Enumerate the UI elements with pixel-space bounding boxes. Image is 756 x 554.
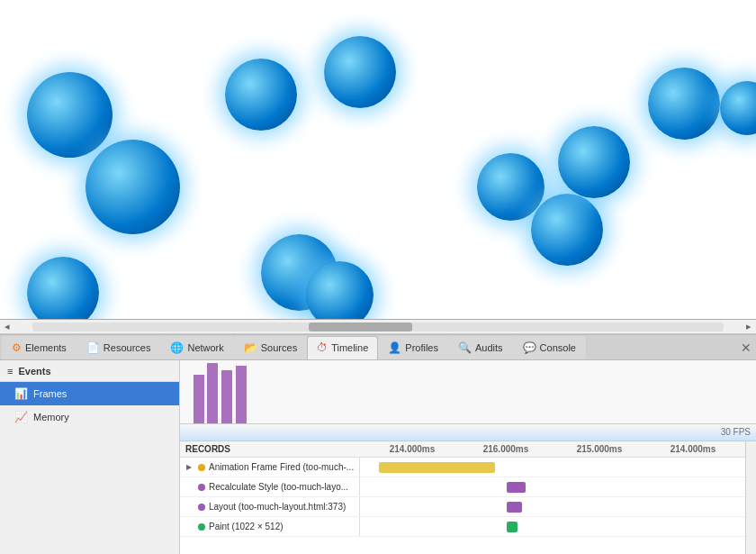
- expand-arrow[interactable]: ▶: [184, 462, 194, 473]
- timeline-marker: 214.000ms: [390, 444, 436, 454]
- timeline-bar: [236, 366, 247, 424]
- records-section-label: RECORDS: [185, 444, 365, 454]
- record-row: Recalculate Style (too-much-layo...: [180, 477, 745, 497]
- timeline-marker: 216.000ms: [483, 444, 529, 454]
- bubble: [86, 140, 180, 234]
- memory-icon: 📈: [14, 411, 28, 423]
- tab-sources[interactable]: 📂Sources: [234, 336, 307, 359]
- timeline-marker: 214.000ms: [670, 444, 716, 454]
- scroll-right-arrow[interactable]: ▸: [742, 320, 756, 334]
- record-row: ▶Animation Frame Fired (too-much-...: [180, 458, 745, 477]
- record-name: Layout (too-much-layout.html:373): [209, 502, 346, 512]
- record-right: [360, 517, 745, 536]
- record-name: Animation Frame Fired (too-much-...: [209, 462, 354, 472]
- timeline-baseline: [180, 423, 756, 424]
- devtools-main: ≡ Events 📊Frames📈Memory 30 FPS RECORDS: [0, 360, 756, 554]
- timeline-bar: [194, 375, 204, 424]
- bubble: [558, 126, 630, 198]
- record-row: Paint (1022 × 512): [180, 517, 745, 537]
- bubble: [27, 257, 99, 320]
- scrollbar-track[interactable]: [32, 322, 724, 331]
- record-left-animation-frame: ▶Animation Frame Fired (too-much-...: [180, 458, 360, 477]
- bubble: [306, 261, 374, 320]
- record-color-dot: [198, 464, 205, 471]
- events-icon: ≡: [7, 366, 13, 377]
- record-left-layout: Layout (too-much-layout.html:373): [180, 497, 360, 516]
- tab-bar: ⚙Elements📄Resources🌐Network📂Sources⏱Time…: [0, 335, 756, 360]
- timeline-bar: [207, 363, 218, 424]
- sidebar-item-memory[interactable]: 📈Memory: [0, 405, 179, 429]
- scrollbar-area: ◂ ▸: [0, 320, 756, 334]
- bubble: [324, 36, 396, 108]
- memory-area: [180, 424, 756, 440]
- expand-arrow[interactable]: [184, 482, 194, 493]
- scroll-left-arrow[interactable]: ◂: [0, 320, 14, 334]
- record-bar: [379, 462, 494, 473]
- bubble: [531, 194, 603, 266]
- bubble: [720, 81, 756, 135]
- tab-resources[interactable]: 📄Resources: [76, 336, 161, 359]
- sidebar-item-frames[interactable]: 📊Frames: [0, 382, 179, 405]
- record-name: Paint (1022 × 512): [209, 522, 284, 531]
- record-bar: [507, 482, 526, 493]
- record-left-paint: Paint (1022 × 512): [180, 517, 360, 536]
- scrollbar-thumb[interactable]: [309, 322, 412, 331]
- record-color-dot: [198, 484, 205, 491]
- timeline-graph: 30 FPS: [180, 360, 756, 441]
- right-content: 30 FPS RECORDS 214.000ms216.000ms215.000…: [180, 360, 756, 554]
- sidebar-frames-label: Frames: [33, 388, 67, 399]
- record-left-recalculate-style: Recalculate Style (too-much-layo...: [180, 477, 360, 496]
- record-color-dot: [198, 523, 205, 531]
- timeline-marker: 215.000ms: [577, 444, 623, 454]
- expand-arrow[interactable]: [184, 502, 194, 513]
- tab-timeline[interactable]: ⏱Timeline: [307, 336, 378, 359]
- record-bar: [507, 522, 518, 532]
- record-right: [360, 497, 745, 516]
- tab-elements[interactable]: ⚙Elements: [2, 336, 76, 359]
- bubble: [225, 59, 297, 131]
- sidebar-memory-label: Memory: [33, 412, 69, 422]
- records-wrapper: RECORDS 214.000ms216.000ms215.000ms214.0…: [180, 441, 756, 554]
- tab-profiles[interactable]: 👤Profiles: [378, 336, 448, 359]
- record-right: [360, 477, 745, 496]
- tab-console[interactable]: 💬Console: [513, 336, 586, 359]
- bubble: [477, 153, 544, 221]
- record-color-dot: [198, 504, 205, 511]
- record-bar: [507, 502, 522, 513]
- bubble: [648, 68, 720, 140]
- tab-network[interactable]: 🌐Network: [160, 336, 233, 359]
- expand-arrow[interactable]: [184, 522, 194, 532]
- record-name: Recalculate Style (too-much-layo...: [209, 482, 348, 492]
- records-header: RECORDS 214.000ms216.000ms215.000ms214.0…: [180, 441, 745, 458]
- tab-audits[interactable]: 🔍Audits: [448, 336, 513, 359]
- records-scrollbar[interactable]: [745, 441, 756, 554]
- records-area: RECORDS 214.000ms216.000ms215.000ms214.0…: [180, 441, 745, 554]
- record-row: Layout (too-much-layout.html:373): [180, 497, 745, 517]
- records-list: ▶Animation Frame Fired (too-much-...Reca…: [180, 458, 745, 537]
- close-button[interactable]: ✕: [738, 340, 754, 356]
- bubble: [27, 72, 112, 158]
- left-sidebar: ≡ Events 📊Frames📈Memory: [0, 360, 180, 554]
- record-right: [360, 458, 745, 477]
- sidebar-section-header: ≡ Events: [0, 360, 179, 382]
- canvas-area: [0, 0, 756, 320]
- frames-icon: 📊: [14, 387, 28, 400]
- devtools-panel: ⚙Elements📄Resources🌐Network📂Sources⏱Time…: [0, 334, 756, 554]
- timeline-bar: [221, 370, 232, 424]
- sidebar-section-label: Events: [18, 366, 50, 377]
- timeline-markers: 214.000ms216.000ms215.000ms214.000ms: [365, 444, 740, 454]
